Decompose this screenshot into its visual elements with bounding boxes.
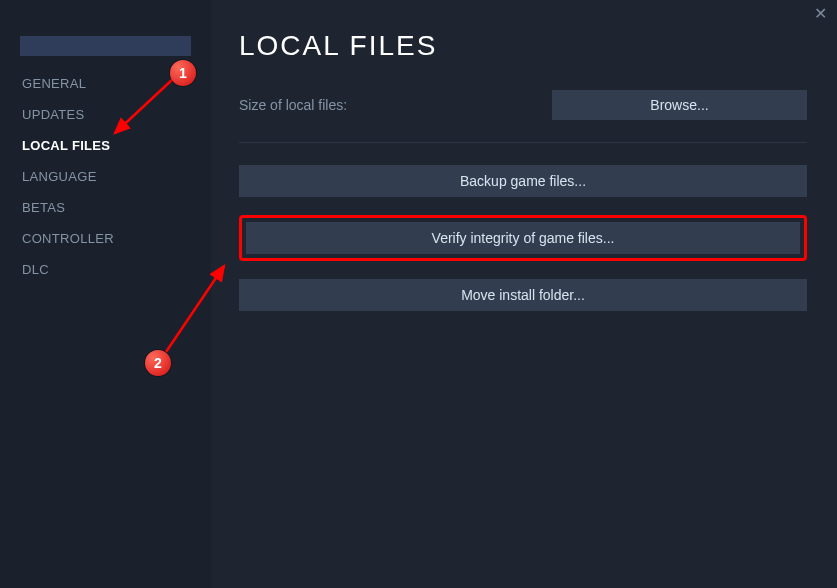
sidebar-item-controller[interactable]: CONTROLLER xyxy=(0,223,211,254)
backup-game-files-button[interactable]: Backup game files... xyxy=(239,165,807,197)
sidebar-item-updates[interactable]: UPDATES xyxy=(0,99,211,130)
move-install-folder-button[interactable]: Move install folder... xyxy=(239,279,807,311)
verify-integrity-button[interactable]: Verify integrity of game files... xyxy=(246,222,800,254)
sidebar-item-language[interactable]: LANGUAGE xyxy=(0,161,211,192)
main-panel: LOCAL FILES Size of local files: Browse.… xyxy=(211,0,837,588)
browse-button[interactable]: Browse... xyxy=(552,90,807,120)
size-row: Size of local files: Browse... xyxy=(239,90,807,120)
sidebar-item-betas[interactable]: BETAS xyxy=(0,192,211,223)
size-of-local-files-label: Size of local files: xyxy=(239,97,347,113)
sidebar-header-highlight xyxy=(20,36,191,56)
divider xyxy=(239,142,807,143)
properties-window: ✕ GENERAL UPDATES LOCAL FILES LANGUAGE B… xyxy=(0,0,837,588)
page-title: LOCAL FILES xyxy=(239,30,807,62)
sidebar-item-local-files[interactable]: LOCAL FILES xyxy=(0,130,211,161)
sidebar-item-general[interactable]: GENERAL xyxy=(0,68,211,99)
sidebar: GENERAL UPDATES LOCAL FILES LANGUAGE BET… xyxy=(0,0,211,588)
close-icon[interactable]: ✕ xyxy=(814,6,827,22)
sidebar-item-dlc[interactable]: DLC xyxy=(0,254,211,285)
verify-highlight-box: Verify integrity of game files... xyxy=(239,215,807,261)
